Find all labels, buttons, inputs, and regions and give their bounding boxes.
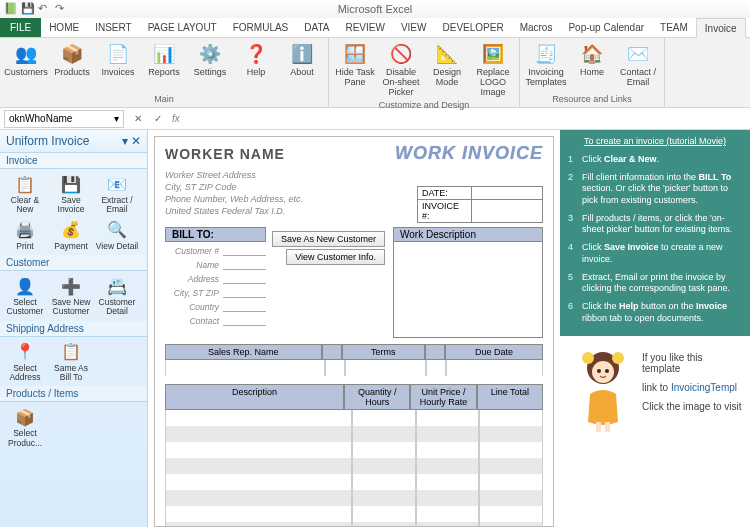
save-as-new-customer-button[interactable]: Save As New Customer [272,231,385,247]
bill-field-input[interactable] [223,287,266,298]
ribbon-disable-onsheet-picker[interactable]: 🚫Disable On-sheet Picker [379,40,423,100]
item-row[interactable] [165,426,543,442]
invoice-num-value[interactable] [472,200,542,222]
tutorial-link[interactable]: To create an invoice (tutorial Movie) [568,136,742,146]
tab-pagelayout[interactable]: PAGE LAYOUT [140,17,225,37]
tab-insert[interactable]: INSERT [87,17,140,37]
tab-macros[interactable]: Macros [512,17,561,37]
items-grid[interactable] [165,410,543,527]
terms-header-row: Sales Rep. Name Terms Due Date [165,344,543,360]
cancel-icon[interactable]: ✕ [128,113,148,124]
taskpane-extract-email[interactable]: 📧Extract / Email [94,171,140,217]
taskpane-payment[interactable]: 💰Payment [48,217,94,253]
bill-field-input[interactable] [223,315,266,326]
ribbon-home[interactable]: 🏠Home [570,40,614,80]
print-icon: 🖨️ [14,219,36,241]
col-duedate: Due Date [445,344,543,360]
tab-review[interactable]: REVIEW [337,17,392,37]
taskpane-customer-detail[interactable]: 📇Customer Detail [94,273,140,319]
save-icon[interactable]: 💾 [21,2,35,16]
fx-label[interactable]: fx [168,113,184,124]
taskpane-clear-new[interactable]: 📋Clear & New [2,171,48,217]
ribbon-invoices[interactable]: 📄Invoices [96,40,140,80]
contact-email-icon: ✉️ [626,42,650,66]
tab-developer[interactable]: DEVELOPER [434,17,511,37]
taskpane-select-address[interactable]: 📍Select Address [2,339,48,385]
help-step: 1Click Clear & New. [568,154,742,166]
tab-team[interactable]: TEAM [652,17,696,37]
col-unitprice: Unit Price / Hourly Rate [410,384,476,410]
ribbon-about[interactable]: ℹ️About [280,40,324,80]
item-row[interactable] [165,474,543,490]
formula-bar: oknWhoName ▾ ✕ ✓ fx [0,108,750,130]
col-description: Description [165,384,344,410]
redo-icon[interactable]: ↷ [55,2,69,16]
ribbon-contact-email[interactable]: ✉️Contact / Email [616,40,660,90]
bill-field-label: Address [165,274,223,284]
chevron-down-icon[interactable]: ▾ [114,113,119,124]
taskpane-section-shipping-address: Shipping Address [0,321,147,337]
bill-field-input[interactable] [223,273,266,284]
taskpane-print[interactable]: 🖨️Print [2,217,48,253]
tab-view[interactable]: VIEW [393,17,435,37]
ribbon-products[interactable]: 📦Products [50,40,94,80]
close-icon[interactable]: ▾ ✕ [122,134,141,148]
ribbon-customers[interactable]: 👥Customers [4,40,48,80]
svg-point-7 [612,352,624,364]
item-row[interactable] [165,410,543,426]
ribbon-settings[interactable]: ⚙️Settings [188,40,232,80]
ribbon-replace-logo[interactable]: 🖼️Replace LOGO Image [471,40,515,100]
ribbon-hide-task-pane[interactable]: 🪟Hide Task Pane [333,40,377,90]
save-invoice-icon: 💾 [60,173,82,195]
taskpane-view-detail[interactable]: 🔍View Detail [94,217,140,253]
tab-popup-calendar[interactable]: Pop-up Calendar [560,17,652,37]
taskpane-label: Select Customer [2,298,48,317]
extract-email-icon: 📧 [106,173,128,195]
taskpane-save-new-customer[interactable]: ➕Save New Customer [48,273,94,319]
tab-formulas[interactable]: FORMULAS [225,17,297,37]
invoicing-templates-link[interactable]: InvoicingTempl [671,382,737,393]
settings-icon: ⚙️ [198,42,222,66]
taskpane-section-products-items: Products / Items [0,386,147,402]
work-invoice-logo: WORK INVOICE [395,143,543,164]
undo-icon[interactable]: ↶ [38,2,52,16]
ribbon-label: Customers [4,68,48,78]
tab-file[interactable]: FILE [0,17,41,37]
item-row[interactable] [165,522,543,527]
ribbon-reports[interactable]: 📊Reports [142,40,186,80]
taskpane-save-invoice[interactable]: 💾Save Invoice [48,171,94,217]
ribbon-help[interactable]: ❓Help [234,40,278,80]
ribbon-label: Invoicing Templates [524,68,568,88]
title-bar: 📗 💾 ↶ ↷ Microsoft Excel [0,0,750,18]
ribbon-label: Design Mode [425,68,469,88]
item-row[interactable] [165,490,543,506]
help-step: 2Fill client information into the BILL T… [568,172,742,207]
taskpane-select-customer[interactable]: 👤Select Customer [2,273,48,319]
mascot-image[interactable] [568,344,638,434]
ribbon-design-mode[interactable]: 📐Design Mode [425,40,469,90]
col-blank1 [322,344,342,360]
work-description-body[interactable] [393,242,543,338]
item-row[interactable] [165,506,543,522]
tab-invoice[interactable]: Invoice [696,18,746,38]
item-row[interactable] [165,458,543,474]
svg-rect-5 [605,422,610,432]
enter-icon[interactable]: ✓ [148,113,168,124]
worksheet[interactable]: WORKER NAME WORK INVOICE Worker Street A… [148,130,560,527]
bill-field-label: Contact [165,316,223,326]
tab-data[interactable]: DATA [296,17,337,37]
name-box[interactable]: oknWhoName ▾ [4,110,124,128]
item-row[interactable] [165,442,543,458]
taskpane-select-product[interactable]: 📦Select Produc... [2,404,48,450]
bill-field-input[interactable] [223,245,266,256]
ribbon-invoicing-templates[interactable]: 🧾Invoicing Templates [524,40,568,90]
view-customer-info-button[interactable]: View Customer Info. [286,249,385,265]
help-step: 4Click Save Invoice to create a new invo… [568,242,742,265]
tab-home[interactable]: HOME [41,17,87,37]
select-address-icon: 📍 [14,341,36,363]
date-value[interactable] [472,187,542,199]
invoices-icon: 📄 [106,42,130,66]
bill-field-input[interactable] [223,301,266,312]
bill-field-input[interactable] [223,259,266,270]
taskpane-same-as-bill[interactable]: 📋Same As Bill To [48,339,94,385]
